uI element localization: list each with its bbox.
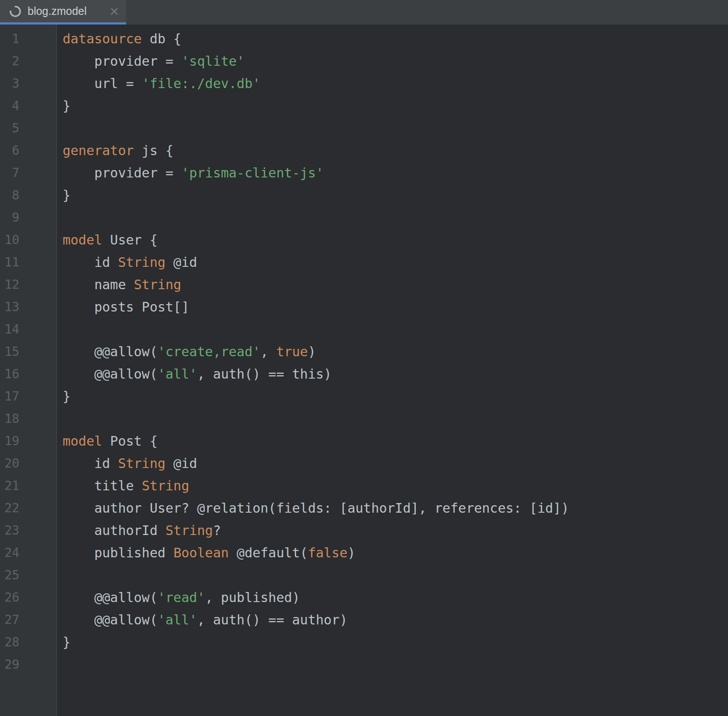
editor-pane: 1234567891011121314151617181920212223242… — [0, 25, 728, 716]
editor-tab-bar: blog.zmodel — [0, 0, 728, 25]
code-line[interactable] — [63, 408, 728, 430]
code-line[interactable]: @@allow('all', auth() == author) — [63, 609, 728, 631]
tab-blog-zmodel[interactable]: blog.zmodel — [0, 0, 126, 25]
line-number[interactable]: 25 — [0, 564, 56, 586]
token-default: title — [63, 478, 142, 493]
code-line[interactable]: datasource db { — [63, 28, 728, 50]
code-line[interactable]: @@allow('all', auth() == this) — [63, 363, 728, 385]
code-line[interactable]: } — [63, 631, 728, 653]
token-default: @@allow( — [63, 590, 158, 605]
code-line[interactable]: url = 'file:./dev.db' — [63, 72, 728, 95]
line-number-gutter: 1234567891011121314151617181920212223242… — [0, 25, 57, 716]
token-default: } — [63, 634, 71, 650]
line-number[interactable]: 13 — [0, 296, 56, 318]
token-keyword: String — [118, 255, 165, 270]
code-line[interactable]: model User { — [63, 229, 728, 251]
line-number[interactable]: 18 — [0, 408, 56, 430]
ide-window: blog.zmodel 1234567891011121314151617181… — [0, 0, 728, 716]
code-line[interactable]: } — [63, 95, 728, 117]
token-default: posts Post[] — [63, 299, 189, 315]
token-default: @@allow( — [63, 612, 158, 627]
token-default: , — [261, 344, 276, 359]
token-keyword: String — [118, 456, 165, 471]
token-keyword: Boolean — [173, 545, 229, 560]
line-number[interactable]: 8 — [0, 184, 56, 206]
code-line[interactable]: } — [63, 385, 728, 408]
line-number[interactable]: 20 — [0, 452, 56, 475]
line-number[interactable]: 15 — [0, 340, 56, 363]
token-default: @@allow( — [63, 366, 158, 382]
code-area[interactable]: datasource db { provider = 'sqlite' url … — [57, 25, 728, 716]
code-line[interactable]: posts Post[] — [63, 296, 728, 318]
line-number[interactable]: 23 — [0, 519, 56, 542]
token-keyword: String — [166, 523, 213, 538]
code-line[interactable] — [63, 206, 728, 229]
token-keyword: String — [134, 277, 181, 292]
code-line[interactable] — [63, 117, 728, 139]
line-number[interactable]: 1 — [0, 28, 56, 50]
line-number[interactable]: 5 — [0, 117, 56, 139]
line-number[interactable]: 29 — [0, 653, 56, 676]
token-keyword: false — [308, 545, 347, 560]
line-number[interactable]: 17 — [0, 385, 56, 408]
line-number[interactable]: 6 — [0, 139, 56, 162]
code-line[interactable]: generator js { — [63, 139, 728, 162]
token-default: author User? @relation(fields: [authorId… — [63, 500, 569, 516]
token-default: } — [63, 188, 71, 203]
token-default: , auth() == author) — [197, 612, 347, 627]
line-number[interactable]: 22 — [0, 497, 56, 519]
line-number[interactable]: 14 — [0, 318, 56, 340]
token-keyword: true — [276, 344, 308, 359]
code-line[interactable]: provider = 'prisma-client-js' — [63, 162, 728, 184]
line-number[interactable]: 16 — [0, 363, 56, 385]
token-default: provider = — [63, 53, 181, 69]
token-default: , auth() == this) — [197, 366, 332, 382]
line-number[interactable]: 19 — [0, 430, 56, 452]
code-line[interactable]: published Boolean @default(false) — [63, 542, 728, 564]
code-line[interactable]: id String @id — [63, 251, 728, 273]
token-default: ) — [308, 344, 316, 359]
line-number[interactable]: 28 — [0, 631, 56, 653]
code-line[interactable]: } — [63, 184, 728, 206]
line-number[interactable]: 27 — [0, 609, 56, 631]
code-line[interactable]: title String — [63, 475, 728, 497]
line-number[interactable]: 24 — [0, 542, 56, 564]
line-number[interactable]: 11 — [0, 251, 56, 273]
line-number[interactable]: 12 — [0, 273, 56, 296]
code-line[interactable]: id String @id — [63, 452, 728, 475]
line-number[interactable]: 3 — [0, 72, 56, 95]
token-keyword: String — [142, 478, 189, 493]
token-keyword: datasource — [63, 31, 142, 46]
line-number[interactable]: 7 — [0, 162, 56, 184]
token-default: @@allow( — [63, 344, 158, 359]
token-default: } — [63, 389, 71, 404]
token-string: 'sqlite' — [181, 53, 245, 69]
token-default: @id — [166, 255, 197, 270]
line-number[interactable]: 26 — [0, 586, 56, 609]
token-default: authorId — [63, 523, 166, 538]
code-line[interactable]: @@allow('create,read', true) — [63, 340, 728, 363]
code-line[interactable] — [63, 653, 728, 676]
code-line[interactable]: author User? @relation(fields: [authorId… — [63, 497, 728, 519]
close-icon[interactable] — [109, 6, 120, 17]
line-number[interactable]: 9 — [0, 206, 56, 229]
line-number[interactable]: 4 — [0, 95, 56, 117]
token-string: 'file:./dev.db' — [142, 76, 261, 91]
code-line[interactable]: authorId String? — [63, 519, 728, 542]
line-number[interactable]: 10 — [0, 229, 56, 251]
token-default: Post { — [102, 433, 157, 449]
token-default: } — [63, 98, 71, 113]
code-line[interactable] — [63, 564, 728, 586]
code-line[interactable]: model Post { — [63, 430, 728, 452]
code-line[interactable]: @@allow('read', published) — [63, 586, 728, 609]
token-default: @default( — [229, 545, 308, 560]
code-line[interactable]: provider = 'sqlite' — [63, 50, 728, 72]
token-string: 'create,read' — [158, 344, 261, 359]
code-line[interactable] — [63, 318, 728, 340]
token-default: name — [63, 277, 134, 292]
code-line[interactable]: name String — [63, 273, 728, 296]
line-number[interactable]: 2 — [0, 50, 56, 72]
token-keyword: model — [63, 433, 102, 449]
line-number[interactable]: 21 — [0, 475, 56, 497]
token-default: id — [63, 456, 118, 471]
